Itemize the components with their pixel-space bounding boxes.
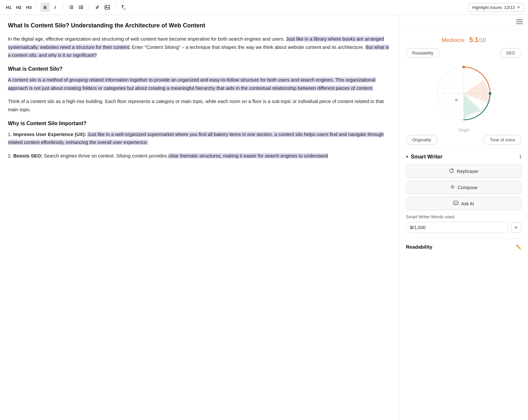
menu-line-2 [516,21,523,22]
words-counter-row: 0/1,000 + [406,222,521,233]
h3-button[interactable]: H3 [24,3,34,12]
compose-icon [450,184,455,191]
svg-point-21 [489,92,491,95]
h1-button[interactable]: H1 [4,3,14,12]
svg-point-10 [79,7,80,8]
svg-text:3: 3 [69,8,70,9]
paragraph-2: A content silo is a method of grouping r… [8,76,391,92]
highlight-label: Highlight issues [472,5,502,10]
divider-2 [63,4,63,11]
svg-rect-0 [70,6,73,6]
menu-line-3 [516,23,523,24]
italic-button[interactable]: I [50,3,60,12]
editor-content: What Is Content Silo? Understanding the … [8,21,391,160]
readability-header: Readability ✏️ [406,244,521,250]
heading-what-is: What is Content Silo? [8,66,391,72]
image-button[interactable] [103,3,112,12]
ask-ai-label: Ask AI [461,201,474,206]
svg-rect-6 [80,6,83,6]
image-icon [105,5,110,10]
paragraph-4: 1. Improves User Experience (UX): Just l… [8,130,391,147]
smart-writer-title: ▾ Smart Writer [406,154,443,160]
clear-format-icon: Tx [121,4,125,11]
rephraser-label: Rephraser [457,169,478,174]
ordered-list-icon: 1 2 3 [69,5,74,10]
sidebar-header [399,15,528,29]
link-button[interactable] [93,3,102,12]
highlight-issues-button[interactable]: Highlight issues 13/13 ▼ [469,3,524,12]
words-counter-display: 0/1,000 [406,222,508,233]
paragraph-3: Think of a content silo as a high-rise b… [8,97,391,114]
insert-group [93,3,112,12]
radar-tabs-top: Readability SEO [406,48,521,58]
score-section: Mediocre 5.1/10 Readability SEO [399,29,528,148]
svg-rect-8 [80,8,83,9]
unordered-list-button[interactable] [77,3,86,12]
h2-button[interactable]: H2 [14,3,24,12]
svg-point-22 [455,99,458,101]
score-value: 5.1 [469,36,478,43]
seo-tab[interactable]: SEO [500,48,521,58]
highlight-count: 13/13 [504,5,515,10]
article-title: What Is Content Silo? Understanding the … [8,21,391,30]
divider-3 [89,4,89,11]
paragraph-1: In the digital age, effective organizati… [8,35,391,59]
radar-tabs-bottom: Originality Tone of voice [406,135,521,145]
toolbar: H1 H2 H3 B I 1 2 3 [0,0,528,15]
menu-line-1 [516,19,523,20]
score-total: /10 [478,37,486,43]
svg-rect-7 [80,7,83,8]
sidebar: Mediocre 5.1/10 Readability SEO [399,15,528,420]
bold-button[interactable]: B [41,3,50,12]
score-display: Mediocre 5.1/10 [442,36,486,44]
heading-why: Why is Content Silo Important? [8,121,391,126]
divider-1 [37,4,37,11]
heading-group: H1 H2 H3 [4,3,34,12]
ordered-list-button[interactable]: 1 2 3 [67,3,76,12]
tone-of-voice-tab[interactable]: Tone of voice [483,135,521,145]
format-group: B I [41,3,60,12]
svg-point-11 [79,8,80,9]
smart-writer-label: Smart Writer [411,154,443,160]
svg-point-9 [79,6,80,7]
score-word: Mediocre [442,37,465,43]
edit-icon[interactable]: ✏️ [516,244,521,250]
main-layout: What Is Content Silo? Understanding the … [0,15,528,420]
paragraph-5: 2. Boosts SEO: Search engines thrive on … [8,152,391,160]
clear-format-button[interactable]: Tx [119,3,128,12]
smart-writer-section: ▾ Smart Writer ℹ Rephraser [399,148,528,238]
svg-point-20 [462,66,465,68]
smart-writer-chevron-icon: ▾ [406,154,408,159]
readability-tab[interactable]: Readability [406,48,440,58]
svg-point-26 [456,202,457,203]
editor-panel[interactable]: What Is Content Silo? Understanding the … [0,15,399,420]
readability-title: Readability [406,244,432,250]
link-icon [95,5,100,10]
divider-4 [115,4,116,11]
words-limit: 1,000 [414,225,426,230]
target-label: Target [458,128,469,132]
plus-icon: + [514,224,518,231]
ask-ai-button[interactable]: Ask AI [406,197,521,210]
radar-chart [431,60,497,126]
originality-tab[interactable]: Originality [406,135,438,145]
ask-ai-icon [453,200,458,207]
rephraser-icon [449,168,454,174]
list-group: 1 2 3 [67,3,86,12]
add-words-button[interactable]: + [511,222,521,233]
chevron-down-icon: ▼ [517,5,520,9]
compose-button[interactable]: Compose [406,181,521,194]
unordered-list-icon [79,5,84,10]
words-used-label: Smart Writer Words used: [406,214,521,219]
info-icon[interactable]: ℹ [519,154,521,160]
svg-point-25 [455,202,456,203]
readability-section: Readability ✏️ [399,238,528,255]
radar-container: Readability SEO [406,48,521,145]
menu-button[interactable] [511,15,528,29]
svg-point-24 [454,202,455,203]
rephraser-button[interactable]: Rephraser [406,164,521,178]
smart-writer-header: ▾ Smart Writer ℹ [406,154,521,160]
words-count: 0 [410,225,413,230]
radar-svg [431,60,497,126]
compose-label: Compose [458,185,478,190]
